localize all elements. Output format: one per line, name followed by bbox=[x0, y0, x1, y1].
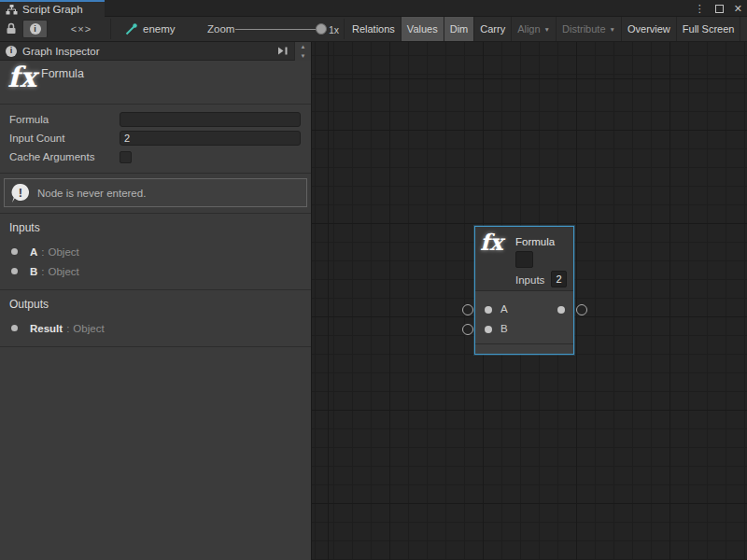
external-port-circle-a[interactable] bbox=[462, 304, 473, 315]
formula-field-label: Formula bbox=[9, 114, 120, 125]
distribute-dropdown[interactable]: Distribute ▼ bbox=[557, 17, 622, 41]
cache-arguments-label: Cache Arguments bbox=[9, 151, 120, 162]
outputs-section: Outputs Result : Object bbox=[0, 290, 311, 347]
script-graph-window: Script Graph ⋮ ✕ i <×> enemy bbox=[0, 0, 747, 560]
formula-input[interactable] bbox=[120, 112, 301, 127]
external-port-circle-result[interactable] bbox=[576, 304, 587, 315]
warning-section: ! Node is never entered. bbox=[0, 174, 311, 214]
graph-reference-label: enemy bbox=[143, 23, 176, 35]
tab-title: Script Graph bbox=[22, 4, 83, 15]
tab-script-graph[interactable]: Script Graph bbox=[0, 0, 105, 17]
scroll-down-icon[interactable]: ▼ bbox=[295, 51, 311, 61]
code-view-button[interactable]: <×> bbox=[54, 20, 108, 38]
dim-button[interactable]: Dim bbox=[444, 17, 475, 41]
tab-bar: Script Graph ⋮ ✕ bbox=[0, 0, 747, 17]
outputs-heading: Outputs bbox=[0, 290, 311, 318]
unit-title: Formula bbox=[41, 67, 84, 80]
values-button[interactable]: Values bbox=[402, 17, 444, 41]
overview-button[interactable]: Overview bbox=[622, 17, 677, 41]
cache-arguments-field-row: Cache Arguments bbox=[0, 147, 311, 166]
script-graph-asset-icon bbox=[125, 23, 137, 35]
info-icon: i bbox=[30, 23, 41, 35]
chevron-down-icon: ▼ bbox=[544, 26, 550, 33]
unit-header: fx Formula bbox=[0, 61, 311, 105]
input-count-input[interactable] bbox=[120, 131, 301, 146]
graph-icon bbox=[6, 5, 18, 15]
inputs-heading: Inputs bbox=[0, 214, 311, 242]
output-port-row-result: Result : Object bbox=[0, 318, 311, 338]
full-screen-button[interactable]: Full Screen bbox=[677, 17, 741, 41]
toolbar-separator bbox=[344, 19, 345, 39]
port-dot-icon bbox=[11, 325, 18, 331]
relations-button[interactable]: Relations bbox=[346, 17, 402, 41]
input-port-b[interactable] bbox=[485, 326, 492, 333]
zoom-value: 1x bbox=[329, 24, 339, 35]
graph-inspector-header: i Graph Inspector ▲ ▼ bbox=[0, 42, 311, 61]
input-port-row-b: B : Object bbox=[0, 261, 311, 281]
formula-node[interactable]: fx Formula Inputs 2 A B bbox=[474, 226, 574, 355]
node-formula-input[interactable] bbox=[515, 251, 533, 268]
formula-fx-icon: fx bbox=[7, 61, 36, 94]
graph-toolbar: i <×> enemy Zoom 1x Relations Values Dim… bbox=[0, 17, 747, 42]
external-port-circle-b[interactable] bbox=[462, 324, 473, 335]
window-controls: ⋮ ✕ bbox=[695, 0, 742, 17]
node-inputs-label: Inputs bbox=[515, 274, 544, 286]
warning-box: ! Node is never entered. bbox=[4, 178, 307, 207]
input-count-field-row: Input Count bbox=[0, 129, 311, 147]
inspector-toggle-button[interactable]: i bbox=[22, 20, 48, 38]
window-menu-icon[interactable]: ⋮ bbox=[695, 4, 705, 14]
align-dropdown[interactable]: Align ▼ bbox=[512, 17, 557, 41]
node-port-label-a: A bbox=[500, 303, 508, 315]
toolbar-buttons: Relations Values Dim Carry Align ▼ Distr… bbox=[346, 17, 740, 41]
formula-node-header: fx Formula Inputs 2 bbox=[475, 227, 573, 291]
graph-inspector-panel: i Graph Inspector ▲ ▼ fx Formula Formula bbox=[0, 42, 312, 560]
warning-text: Node is never entered. bbox=[37, 188, 146, 199]
carry-button[interactable]: Carry bbox=[474, 17, 512, 41]
close-icon[interactable]: ✕ bbox=[734, 4, 742, 14]
input-port-a[interactable] bbox=[485, 306, 492, 314]
output-port-result[interactable] bbox=[557, 306, 565, 314]
graph-inspector-title: Graph Inspector bbox=[22, 46, 99, 57]
zoom-slider[interactable] bbox=[235, 29, 323, 30]
zoom-slider-handle[interactable] bbox=[316, 23, 327, 35]
scroll-up-icon[interactable]: ▲ bbox=[295, 42, 311, 51]
graph-canvas[interactable]: fx Formula Inputs 2 A B bbox=[312, 42, 747, 560]
node-input-count-input[interactable]: 2 bbox=[551, 271, 567, 287]
zoom-label: Zoom bbox=[207, 23, 234, 35]
input-count-label: Input Count bbox=[9, 133, 120, 144]
svg-text:!: ! bbox=[19, 186, 22, 200]
panel-scroll-spinner: ▲ ▼ bbox=[294, 42, 311, 61]
toolbar-separator bbox=[110, 19, 111, 39]
lock-icon[interactable] bbox=[6, 22, 17, 39]
formula-fx-icon: fx bbox=[480, 231, 503, 255]
chevron-down-icon: ▼ bbox=[610, 26, 615, 33]
inputs-section: Inputs A : Object B : Object bbox=[0, 214, 311, 290]
cache-arguments-checkbox[interactable] bbox=[120, 151, 132, 163]
port-dot-icon bbox=[11, 248, 18, 255]
graph-reference-breadcrumb[interactable]: enemy bbox=[125, 20, 176, 38]
warning-bubble-icon: ! bbox=[10, 183, 31, 203]
code-icon: <×> bbox=[71, 23, 92, 35]
formula-field-row: Formula bbox=[0, 110, 311, 129]
port-dot-icon bbox=[11, 268, 18, 274]
maximize-icon[interactable] bbox=[715, 5, 724, 13]
info-icon: i bbox=[6, 46, 17, 57]
input-port-row-a: A : Object bbox=[0, 242, 311, 261]
unit-fields: Formula Input Count Cache Arguments bbox=[0, 105, 311, 174]
dock-panel-icon[interactable] bbox=[278, 46, 289, 57]
node-port-label-b: B bbox=[500, 323, 508, 334]
node-title: Formula bbox=[515, 236, 555, 247]
node-footer bbox=[475, 343, 573, 354]
